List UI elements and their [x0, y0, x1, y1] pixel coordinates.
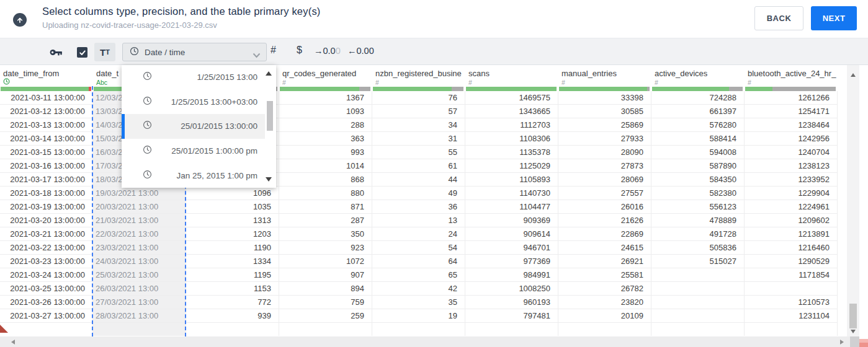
cell[interactable]: 1254171 [745, 105, 838, 118]
cell[interactable]: 1014 [279, 159, 372, 173]
cell[interactable]: 27/03/2021 13:00 [93, 296, 186, 309]
column-type-dropdown[interactable]: Date / time [122, 43, 267, 61]
increase-precision-button[interactable]: ←0.00 [347, 46, 374, 56]
cell[interactable]: 594008 [651, 146, 745, 159]
column-bluetooth_active_24_hr_[interactable]: bluetooth_active_24_hr_#1261266125417112… [745, 65, 838, 336]
date-format-option[interactable]: 1/25/2015 13:00+03:00 [122, 90, 265, 115]
primary-key-icon[interactable] [50, 48, 63, 57]
decrease-precision-button[interactable]: →0.00 [314, 46, 341, 56]
cell[interactable]: 1233952 [745, 173, 838, 187]
menu-scrollbar-thumb[interactable] [267, 101, 273, 131]
cell[interactable]: 1229904 [745, 187, 838, 200]
cell[interactable]: 1240704 [745, 146, 838, 159]
cell[interactable]: 21/03/2021 13:00 [93, 214, 186, 227]
cell[interactable]: 23820 [558, 296, 651, 309]
column-header[interactable]: date_time_from [0, 65, 93, 91]
cell[interactable]: 64 [372, 255, 465, 268]
cell[interactable]: 1190 [186, 241, 279, 255]
cell[interactable]: 30585 [558, 105, 651, 118]
cell[interactable] [651, 268, 745, 282]
cell[interactable]: 2021-03-15 13:00:00 [0, 146, 93, 159]
cell[interactable]: 49 [372, 187, 465, 200]
cell[interactable]: 22869 [558, 227, 651, 241]
cell[interactable]: 26/03/2021 13:00 [93, 282, 186, 296]
cell[interactable]: 1231104 [745, 309, 838, 323]
cell[interactable]: 44 [372, 173, 465, 187]
cell[interactable]: 28069 [558, 173, 651, 187]
scroll-left-icon[interactable] [11, 340, 15, 345]
date-format-option[interactable]: 1/25/2015 13:00 [122, 65, 265, 90]
cell[interactable]: 894 [279, 282, 372, 296]
date-format-option[interactable]: 25/01/2015 1:00:00 pm [122, 139, 265, 164]
column-header[interactable]: scans# [465, 65, 558, 91]
date-format-option[interactable]: Jan 25, 2015 1:00 pm [122, 163, 265, 188]
cell[interactable]: 1313 [186, 214, 279, 227]
cell[interactable]: 1195 [186, 268, 279, 282]
cell[interactable]: 27873 [558, 159, 651, 173]
cell[interactable]: 2021-03-16 13:00:00 [0, 159, 93, 173]
cell[interactable]: 33398 [558, 91, 651, 105]
cell[interactable]: 797481 [465, 309, 558, 323]
cell[interactable]: 984991 [465, 268, 558, 282]
cell[interactable]: 2021-03-12 13:00:00 [0, 105, 93, 118]
column-qr_codes_generated[interactable]: qr_codes_generated#136710932883639931014… [279, 65, 372, 336]
cell[interactable]: 2021-03-18 13:00:00 [0, 187, 93, 200]
cell[interactable]: 1367 [279, 91, 372, 105]
cell[interactable]: 759 [279, 296, 372, 309]
cell[interactable]: 36 [372, 200, 465, 214]
cell[interactable]: 556123 [651, 200, 745, 214]
cell[interactable]: 907 [279, 268, 372, 282]
number-type-button[interactable]: # [271, 45, 276, 56]
cell[interactable]: 2021-03-26 13:00:00 [0, 296, 93, 309]
cell[interactable]: 20/03/2021 13:00 [93, 200, 186, 214]
cell[interactable]: 977369 [465, 255, 558, 268]
cell[interactable]: 1290529 [745, 255, 838, 268]
cell[interactable]: 350 [279, 227, 372, 241]
cell[interactable]: 2021-03-20 13:00:00 [0, 214, 93, 227]
cell[interactable]: 2021-03-23 13:00:00 [0, 255, 93, 268]
horizontal-scrollbar[interactable] [0, 336, 850, 347]
primary-key-checkbox[interactable] [77, 47, 87, 58]
column-nzbn_registered_busine[interactable]: nzbn_registered_busine#76573431556144493… [372, 65, 465, 336]
cell[interactable]: 1213891 [745, 227, 838, 241]
cell[interactable]: 960193 [465, 296, 558, 309]
cell[interactable]: 55 [372, 146, 465, 159]
text-type-button[interactable]: TT [94, 43, 115, 61]
cell[interactable]: 27557 [558, 187, 651, 200]
cell[interactable]: 1334 [186, 255, 279, 268]
cell[interactable]: 2021-03-21 13:00:00 [0, 227, 93, 241]
cell[interactable]: 287 [279, 214, 372, 227]
cell[interactable]: 1108306 [465, 132, 558, 146]
cell[interactable]: 1224961 [745, 200, 838, 214]
cell[interactable]: 1203 [186, 227, 279, 241]
cell[interactable]: 24/03/2021 13:00 [93, 255, 186, 268]
cell[interactable]: 2021-03-19 13:00:00 [0, 200, 93, 214]
cell[interactable]: 1216460 [745, 241, 838, 255]
cell[interactable]: 772 [186, 296, 279, 309]
vertical-scrollbar-thumb[interactable] [849, 304, 857, 328]
cell[interactable]: 939 [186, 309, 279, 323]
cell[interactable]: 1112703 [465, 118, 558, 132]
cell[interactable] [651, 309, 745, 323]
cell[interactable]: 1096 [186, 187, 279, 200]
cell[interactable]: 1104477 [465, 200, 558, 214]
column-header[interactable]: bluetooth_active_24_hr_# [745, 65, 838, 91]
cell[interactable]: 1238123 [745, 159, 838, 173]
cell[interactable]: 26921 [558, 255, 651, 268]
cell[interactable]: 26016 [558, 200, 651, 214]
cell[interactable]: 515027 [651, 255, 745, 268]
column-scans[interactable]: scans#1469575134366511127031108306113537… [465, 65, 558, 336]
cell[interactable]: 724288 [651, 91, 745, 105]
cell[interactable]: 505836 [651, 241, 745, 255]
cell[interactable]: 1171854 [745, 268, 838, 282]
scroll-up-icon[interactable] [851, 73, 856, 77]
cell[interactable]: 54 [372, 241, 465, 255]
cell[interactable]: 25/03/2021 13:00 [93, 268, 186, 282]
cell[interactable] [651, 296, 745, 309]
cell[interactable]: 993 [279, 146, 372, 159]
back-button[interactable]: BACK [754, 6, 803, 30]
column-header[interactable]: manual_entries# [558, 65, 651, 91]
cell[interactable]: 1035 [186, 200, 279, 214]
cell[interactable]: 23/03/2021 13:00 [93, 241, 186, 255]
column-date_time_from[interactable]: date_time_from2021-03-11 13:00:002021-03… [0, 65, 93, 336]
